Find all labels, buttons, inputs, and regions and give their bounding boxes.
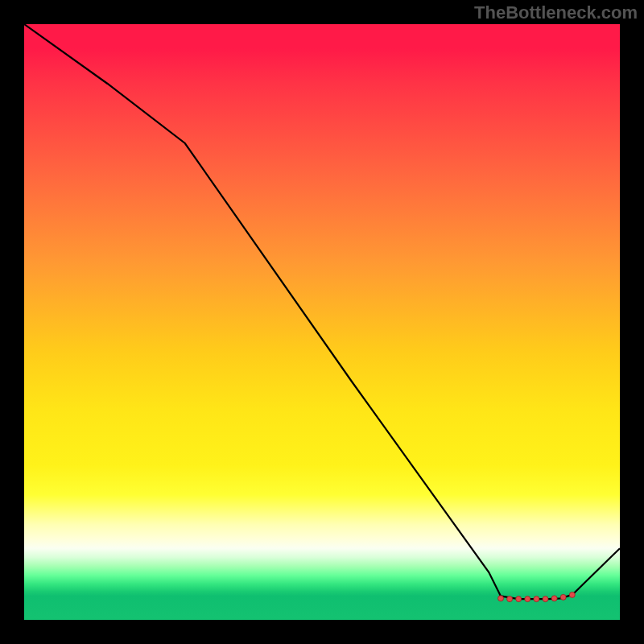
marker-dot — [516, 597, 522, 602]
plot-area — [24, 24, 620, 620]
marker-dot — [560, 594, 566, 600]
chart-svg — [24, 24, 620, 620]
marker-dot — [543, 597, 548, 602]
line-series — [24, 24, 620, 599]
watermark-text: TheBottleneck.com — [474, 2, 638, 23]
marker-dot — [551, 596, 557, 601]
marker-dot — [569, 592, 575, 597]
marker-dot — [534, 597, 539, 602]
marker-dot — [507, 597, 513, 602]
marker-dot — [525, 597, 530, 602]
marker-dot — [498, 596, 504, 601]
markers-group — [498, 592, 576, 601]
curve-path — [24, 24, 620, 599]
